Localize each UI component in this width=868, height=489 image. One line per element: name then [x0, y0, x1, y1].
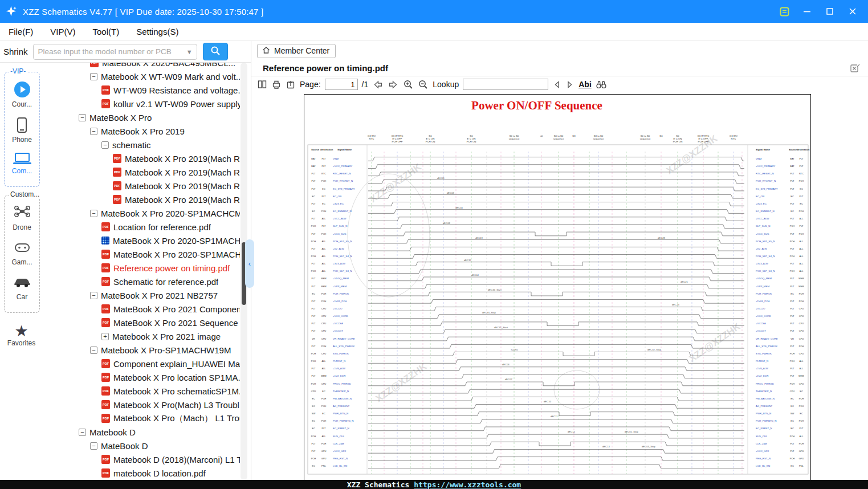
sidebar-item-course[interactable]: Cour... [5, 82, 39, 108]
lookup-input[interactable] [463, 79, 548, 90]
print-icon[interactable] [271, 79, 282, 89]
tree-item[interactable]: −Matebook D [43, 425, 240, 439]
collapse-icon[interactable]: − [90, 73, 97, 80]
menu-settings[interactable]: Settings(S) [128, 27, 187, 36]
svg-text:CPU: CPU [321, 322, 327, 325]
panel-collapse-handle[interactable]: ‹ [245, 239, 254, 288]
tree-item[interactable]: PDFMatebook X Pro schematicSP1M... [43, 384, 240, 398]
tree-item[interactable]: PDFmatebook D location.pdf [43, 466, 240, 480]
collapse-icon[interactable]: − [90, 292, 97, 299]
sidebar-item-favorites[interactable]: ★ Favorites [0, 323, 43, 347]
sidebar-item-car[interactable]: Car [5, 275, 39, 301]
svg-text:AC_PRESENT: AC_PRESENT [333, 405, 350, 408]
previous-page-icon[interactable] [372, 79, 384, 90]
tree-item[interactable]: PDFMatebook X Pro 2019(Mach R... [43, 165, 240, 179]
search-button[interactable] [203, 43, 228, 60]
two-page-view-icon[interactable] [257, 79, 267, 89]
tree-item[interactable]: PDFMatebook X Pro（Mach） L1 Trou... [43, 411, 240, 425]
tree-item[interactable]: PDFMatebook D (2018)(Marconi) L1 T... [43, 453, 240, 466]
license-icon[interactable] [776, 3, 793, 19]
model-search-combobox[interactable]: ▼ [33, 44, 197, 60]
tree-item[interactable]: PDFMatebook X Pro 2019(Mach R... [43, 193, 240, 206]
collapse-icon[interactable]: − [79, 114, 86, 121]
tree-item[interactable]: −MateBook X Pro 2020-SP1MACHCM... [43, 206, 240, 220]
maximize-button[interactable] [821, 3, 838, 19]
svg-text:PLT: PLT [790, 300, 794, 303]
member-center-button[interactable]: Member Center [257, 44, 336, 58]
collapse-icon[interactable]: − [90, 442, 97, 450]
chevron-down-icon[interactable]: ▼ [182, 48, 197, 55]
tree-item[interactable]: PDFMatebook X Pro 2019(Mach R... [43, 152, 240, 165]
svg-text:+VCCGT: +VCCGT [756, 329, 766, 332]
find-previous-icon[interactable] [552, 79, 561, 89]
expand-icon[interactable]: + [101, 333, 109, 340]
tree-item[interactable]: PDFSchematic for reference.pdf [43, 275, 240, 288]
status-website-link[interactable]: https://www.xzztools.com [414, 480, 521, 489]
tree-item[interactable]: −MateBook D [43, 439, 240, 453]
tree-item[interactable]: PDFMateBook X 2020-BAC495MBCL... [43, 63, 240, 70]
shrink-button[interactable]: Shrink [3, 47, 28, 56]
tree-item[interactable]: PDFComponent explain_HUAWEI Ma... [43, 357, 240, 370]
tree-item[interactable]: PDFMateBook X Pro 2021 Sequence l... [43, 316, 240, 329]
svg-text:PLT: PLT [790, 172, 794, 175]
svg-text:PLT: PLT [311, 180, 316, 182]
binoculars-search-icon[interactable] [596, 79, 607, 89]
file-tree: PDFMateBook X 2020-BAC495MBCL...−Mateboo… [43, 63, 240, 480]
svg-text:dEC04: dEC04 [471, 274, 479, 276]
tree-item-label: MateBook X Pro 2020-SP1MACH... [113, 236, 240, 246]
tree-item[interactable]: PDFWT-W09 Resistance and voltage.p... [43, 83, 240, 97]
tree-item[interactable]: −schematic [43, 138, 240, 152]
tree-item[interactable]: −MateBook X Pro 2019 [43, 124, 240, 138]
tree-item[interactable]: −MateBook X Pro 2021 NB2757 [43, 288, 240, 302]
menu-tool[interactable]: Tool(T) [84, 27, 128, 36]
tree-item[interactable]: −MateBook X Pro [43, 111, 240, 124]
page-number-input[interactable] [325, 79, 358, 90]
svg-text:S0 to S0sequence: S0 to S0sequence [553, 135, 564, 140]
collapse-icon[interactable]: − [90, 347, 97, 354]
tree-item[interactable]: PDFMatebook X Pro location SP1MA... [43, 370, 240, 384]
find-next-icon[interactable] [565, 79, 574, 89]
menu-file[interactable]: File(F) [0, 27, 42, 36]
sidebar-item-game[interactable]: Gam... [5, 241, 39, 266]
tree-item[interactable]: −Matebook X Pro-SP1MACHW19M [43, 343, 240, 357]
model-search-input[interactable] [34, 47, 182, 56]
tree-item[interactable]: PDFLocation for reference.pdf [43, 220, 240, 234]
pdf-viewport[interactable]: XZZ@XZZHKXZZ@XZZHKXZZ@XZZHKXZZ@XZZHKPowe… [251, 92, 868, 480]
sidebar-item-phone[interactable]: Phone [5, 117, 39, 144]
tree-item[interactable]: PDFMatebook X Pro 2019(Mach R... [43, 179, 240, 193]
tree-item[interactable]: −Matebook X WT-W09 Mark and volt... [43, 70, 240, 83]
svg-text:EC: EC [312, 292, 315, 295]
tree-item[interactable]: PDFReference power on timing.pdf [43, 261, 240, 275]
pdf-page: XZZ@XZZHKXZZ@XZZHKXZZ@XZZHKXZZ@XZZHKPowe… [304, 94, 811, 480]
collapse-icon[interactable]: − [90, 210, 97, 217]
zoom-out-icon[interactable] [418, 79, 429, 90]
svg-text:EC: EC [800, 412, 803, 415]
tree-item[interactable]: PDFMatebook X Pro(Mach) L3 Troubl... [43, 398, 240, 411]
collapse-icon[interactable]: − [90, 128, 97, 135]
svg-text:PNL: PNL [799, 464, 804, 467]
tree-item[interactable]: MateBook X Pro 2020-SP1MACH... [43, 234, 240, 247]
export-page-icon[interactable] [286, 79, 296, 89]
collapse-icon[interactable]: − [101, 141, 109, 149]
svg-text:PLT: PLT [790, 285, 794, 288]
svg-text:EC: EC [790, 210, 794, 213]
zoom-in-icon[interactable] [403, 79, 414, 90]
pdf-file-icon: PDF [101, 373, 110, 382]
tree-item[interactable]: PDFMateBook X Pro 2020-SP1MACH... [43, 247, 240, 261]
minimize-button[interactable] [798, 3, 816, 19]
document-tab[interactable]: Reference power on timing.pdf [251, 60, 400, 76]
svg-text:PCH: PCH [799, 405, 804, 408]
match-case-toggle[interactable]: Abi [578, 80, 592, 89]
close-button[interactable] [844, 3, 861, 19]
collapse-icon[interactable]: − [79, 429, 86, 436]
next-page-icon[interactable] [388, 79, 399, 90]
tree-item[interactable]: PDFMateBook X Pro 2021 Componen... [43, 302, 240, 316]
close-document-icon[interactable] [850, 64, 860, 73]
tree-item[interactable]: PDFkollur v2.1 WT-W09 Power supply... [43, 97, 240, 111]
sidebar-item-drone[interactable]: Drone [5, 205, 39, 231]
tree-item[interactable]: +Matebook X Pro 2021 image [43, 329, 240, 343]
sidebar-item-computer[interactable]: Com... [5, 153, 39, 175]
menu-vip[interactable]: VIP(V) [42, 27, 84, 36]
svg-text:PCH: PCH [799, 419, 804, 422]
category-sidebar: -VIP- Cour... Phone [0, 63, 43, 480]
